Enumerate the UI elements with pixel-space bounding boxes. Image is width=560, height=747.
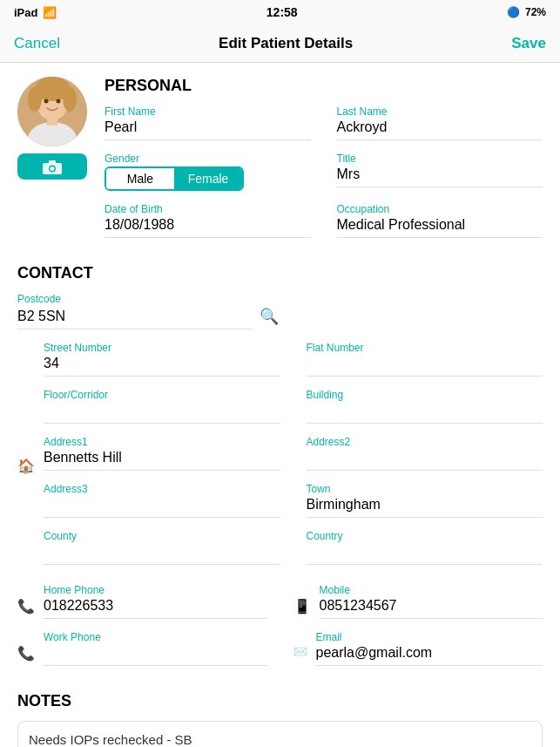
title-label: Title bbox=[337, 153, 543, 165]
street-number-value[interactable]: 34 bbox=[44, 356, 280, 377]
address3-field: Address3 bbox=[44, 483, 280, 518]
town-value[interactable]: Birmingham bbox=[307, 497, 543, 518]
address2-field: Address2 bbox=[307, 436, 543, 471]
email-field: Email pearla@gmail.com bbox=[316, 631, 543, 666]
gender-field: Gender Male Female bbox=[105, 153, 311, 191]
mobile-label: Mobile bbox=[320, 584, 543, 596]
last-name-value[interactable]: Ackroyd bbox=[337, 119, 543, 140]
carrier-label: iPad bbox=[14, 6, 37, 19]
notes-input[interactable]: Needs IOPs rechecked - SB bbox=[17, 721, 543, 747]
county-label: County bbox=[44, 530, 280, 542]
address1-value[interactable]: Bennetts Hill bbox=[44, 450, 280, 471]
gender-female-option[interactable]: Female bbox=[174, 168, 242, 189]
town-field: Town Birmingham bbox=[307, 483, 543, 518]
first-name-field: First Name Pearl bbox=[105, 105, 311, 140]
dob-label: Date of Birth bbox=[105, 203, 311, 215]
address1-label: Address1 bbox=[44, 436, 280, 448]
avatar bbox=[17, 77, 87, 146]
page-title: Edit Patient Details bbox=[219, 35, 353, 52]
country-value[interactable] bbox=[307, 544, 543, 565]
last-name-field: Last Name Ackroyd bbox=[337, 105, 543, 140]
postcode-value[interactable]: B2 5SN bbox=[17, 309, 253, 329]
bluetooth-icon: 🔵 bbox=[507, 6, 520, 18]
mobile-row: 📱 Mobile 0851234567 bbox=[293, 584, 543, 631]
occupation-value[interactable]: Medical Professional bbox=[337, 217, 543, 238]
work-phone-label: Work Phone bbox=[44, 631, 267, 643]
title-value[interactable]: Mrs bbox=[337, 166, 543, 187]
svg-point-13 bbox=[51, 166, 55, 171]
home-phone-label: Home Phone bbox=[44, 584, 267, 596]
gender-toggle[interactable]: Male Female bbox=[105, 166, 244, 191]
phone-email-grid: 📞 Home Phone 018226533 📱 Mobile 08512345… bbox=[17, 584, 543, 678]
country-label: Country bbox=[307, 530, 543, 542]
status-right: 🔵 72% bbox=[507, 6, 546, 18]
email-value[interactable]: pearla@gmail.com bbox=[316, 645, 543, 666]
flat-number-value[interactable] bbox=[307, 356, 543, 377]
svg-rect-12 bbox=[49, 160, 56, 164]
address2-value[interactable] bbox=[307, 450, 543, 471]
svg-rect-9 bbox=[47, 117, 57, 126]
country-field: Country bbox=[307, 530, 543, 565]
work-phone-icon: 📞 bbox=[17, 645, 35, 662]
email-icon: ✉️ bbox=[293, 645, 307, 658]
mobile-field: Mobile 0851234567 bbox=[320, 584, 543, 619]
county-value[interactable] bbox=[44, 544, 280, 565]
email-label: Email bbox=[316, 631, 543, 643]
address-grid: Street Number 34 Flat Number Floor/Corri… bbox=[44, 342, 543, 577]
status-time: 12:58 bbox=[267, 5, 298, 19]
gender-label: Gender bbox=[105, 153, 311, 165]
cancel-button[interactable]: Cancel bbox=[14, 35, 60, 52]
address-grid-wrapper: Street Number 34 Flat Number Floor/Corri… bbox=[44, 342, 543, 577]
work-phone-row: 📞 Work Phone bbox=[17, 631, 267, 678]
mobile-value[interactable]: 0851234567 bbox=[320, 598, 543, 619]
postcode-row: B2 5SN 🔍 bbox=[17, 307, 279, 329]
svg-point-6 bbox=[44, 99, 49, 104]
street-number-field: Street Number 34 bbox=[44, 342, 280, 377]
avatar-container bbox=[17, 77, 87, 180]
address3-value[interactable] bbox=[44, 497, 280, 518]
flat-number-label: Flat Number bbox=[307, 342, 543, 354]
building-value[interactable] bbox=[307, 403, 543, 424]
dob-field: Date of Birth 18/08/1988 bbox=[105, 203, 311, 238]
nav-bar: Cancel Edit Patient Details Save bbox=[0, 24, 560, 63]
personal-section-title: PERSONAL bbox=[105, 77, 543, 95]
camera-button[interactable] bbox=[17, 153, 87, 180]
work-phone-field: Work Phone bbox=[44, 631, 267, 666]
mobile-icon: 📱 bbox=[293, 598, 311, 615]
save-button[interactable]: Save bbox=[511, 35, 546, 52]
phone-icon: 📞 bbox=[17, 598, 35, 615]
floor-value[interactable] bbox=[44, 403, 280, 424]
address3-label: Address3 bbox=[44, 483, 280, 495]
dob-value[interactable]: 18/08/1988 bbox=[105, 217, 311, 238]
personal-info: PERSONAL First Name Pearl Last Name Ackr… bbox=[105, 77, 543, 250]
occupation-label: Occupation bbox=[337, 203, 543, 215]
battery-label: 72% bbox=[525, 6, 546, 18]
work-phone-value[interactable] bbox=[44, 645, 267, 666]
notes-section: NOTES Needs IOPs rechecked - SB bbox=[17, 692, 543, 747]
county-field: County bbox=[44, 530, 280, 565]
email-row: ✉️ Email pearla@gmail.com bbox=[293, 631, 543, 678]
home-phone-field: Home Phone 018226533 bbox=[44, 584, 267, 619]
flat-number-field: Flat Number bbox=[307, 342, 543, 377]
home-phone-row: 📞 Home Phone 018226533 bbox=[17, 584, 267, 631]
first-name-value[interactable]: Pearl bbox=[105, 119, 311, 140]
main-content: PERSONAL First Name Pearl Last Name Ackr… bbox=[0, 63, 560, 747]
street-number-label: Street Number bbox=[44, 342, 280, 354]
building-label: Building bbox=[307, 389, 543, 401]
home-icon: 🏠 bbox=[17, 458, 35, 474]
postcode-search-icon[interactable]: 🔍 bbox=[260, 307, 279, 326]
contact-section-title: CONTACT bbox=[17, 264, 543, 282]
address2-label: Address2 bbox=[307, 436, 543, 448]
occupation-field: Occupation Medical Professional bbox=[337, 203, 543, 238]
town-label: Town bbox=[307, 483, 543, 495]
gender-male-option[interactable]: Male bbox=[106, 168, 174, 189]
title-field: Title Mrs bbox=[337, 153, 543, 191]
last-name-label: Last Name bbox=[337, 105, 543, 118]
home-phone-value[interactable]: 018226533 bbox=[44, 598, 267, 619]
first-name-label: First Name bbox=[105, 105, 311, 118]
status-left: iPad 📶 bbox=[14, 6, 57, 19]
status-bar: iPad 📶 12:58 🔵 72% bbox=[0, 0, 560, 24]
postcode-label: Postcode bbox=[17, 293, 279, 305]
svg-point-5 bbox=[63, 87, 77, 112]
notes-section-title: NOTES bbox=[17, 692, 543, 710]
